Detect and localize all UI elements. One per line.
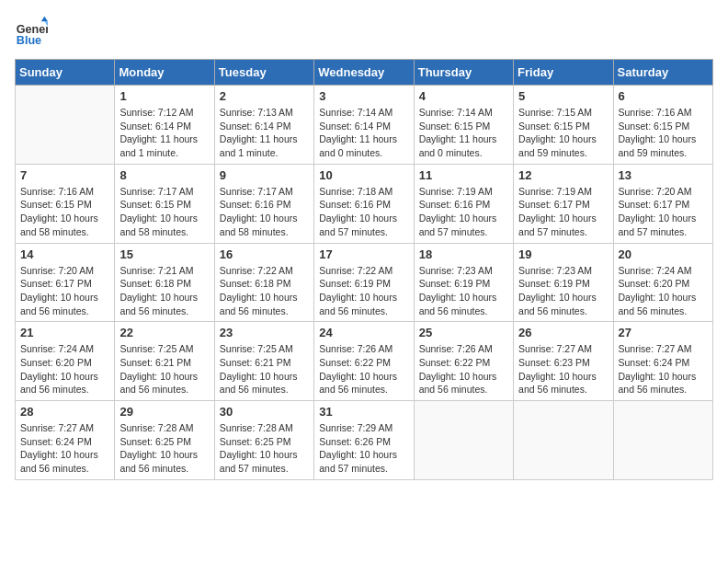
calendar-cell: 28Sunrise: 7:27 AMSunset: 6:24 PMDayligh… — [16, 401, 115, 480]
calendar-cell: 2Sunrise: 7:13 AMSunset: 6:14 PMDaylight… — [214, 86, 313, 165]
column-header-tuesday: Tuesday — [214, 60, 313, 86]
day-info: Sunrise: 7:25 AMSunset: 6:21 PMDaylight:… — [220, 342, 309, 396]
calendar-cell: 19Sunrise: 7:23 AMSunset: 6:19 PMDayligh… — [514, 243, 613, 322]
calendar-cell: 24Sunrise: 7:26 AMSunset: 6:22 PMDayligh… — [314, 322, 414, 401]
day-number: 10 — [319, 168, 408, 182]
day-info: Sunrise: 7:23 AMSunset: 6:19 PMDaylight:… — [518, 264, 608, 318]
calendar-cell: 30Sunrise: 7:28 AMSunset: 6:25 PMDayligh… — [214, 401, 313, 480]
day-number: 9 — [220, 168, 309, 182]
day-number: 3 — [319, 89, 408, 103]
day-info: Sunrise: 7:27 AMSunset: 6:24 PMDaylight:… — [20, 421, 109, 476]
day-info: Sunrise: 7:20 AMSunset: 6:17 PMDaylight:… — [619, 185, 708, 239]
calendar-week-row: 1Sunrise: 7:12 AMSunset: 6:14 PMDaylight… — [16, 86, 713, 165]
day-info: Sunrise: 7:23 AMSunset: 6:19 PMDaylight:… — [419, 264, 508, 318]
calendar-cell — [16, 86, 115, 165]
calendar-cell: 12Sunrise: 7:19 AMSunset: 6:17 PMDayligh… — [514, 164, 613, 243]
calendar-cell: 15Sunrise: 7:21 AMSunset: 6:18 PMDayligh… — [115, 243, 214, 322]
day-number: 8 — [119, 168, 209, 182]
day-info: Sunrise: 7:27 AMSunset: 6:23 PMDaylight:… — [518, 342, 608, 396]
calendar-cell: 23Sunrise: 7:25 AMSunset: 6:21 PMDayligh… — [214, 322, 313, 401]
day-info: Sunrise: 7:16 AMSunset: 6:15 PMDaylight:… — [20, 185, 109, 239]
day-info: Sunrise: 7:18 AMSunset: 6:16 PMDaylight:… — [319, 185, 408, 239]
calendar-cell: 4Sunrise: 7:14 AMSunset: 6:15 PMDaylight… — [414, 86, 513, 165]
calendar-cell: 1Sunrise: 7:12 AMSunset: 6:14 PMDaylight… — [115, 86, 214, 165]
day-number: 13 — [619, 168, 708, 182]
day-number: 15 — [119, 247, 209, 261]
day-info: Sunrise: 7:29 AMSunset: 6:26 PMDaylight:… — [319, 421, 408, 476]
day-number: 12 — [518, 168, 608, 182]
day-number: 22 — [119, 326, 209, 339]
day-number: 28 — [20, 405, 109, 419]
day-info: Sunrise: 7:17 AMSunset: 6:15 PMDaylight:… — [119, 185, 209, 239]
day-number: 14 — [20, 247, 109, 261]
calendar-cell: 26Sunrise: 7:27 AMSunset: 6:23 PMDayligh… — [514, 322, 613, 401]
calendar-cell: 25Sunrise: 7:26 AMSunset: 6:22 PMDayligh… — [414, 322, 513, 401]
calendar-cell: 20Sunrise: 7:24 AMSunset: 6:20 PMDayligh… — [613, 243, 712, 322]
day-info: Sunrise: 7:28 AMSunset: 6:25 PMDaylight:… — [220, 421, 309, 476]
calendar-week-row: 14Sunrise: 7:20 AMSunset: 6:17 PMDayligh… — [16, 243, 713, 322]
calendar-cell: 13Sunrise: 7:20 AMSunset: 6:17 PMDayligh… — [613, 164, 712, 243]
day-number: 21 — [20, 326, 109, 339]
calendar-cell: 9Sunrise: 7:17 AMSunset: 6:16 PMDaylight… — [214, 164, 313, 243]
day-number: 5 — [518, 89, 608, 103]
calendar-cell: 16Sunrise: 7:22 AMSunset: 6:18 PMDayligh… — [214, 243, 313, 322]
calendar-cell: 27Sunrise: 7:27 AMSunset: 6:24 PMDayligh… — [613, 322, 712, 401]
day-info: Sunrise: 7:26 AMSunset: 6:22 PMDaylight:… — [419, 342, 508, 396]
day-number: 30 — [220, 405, 309, 419]
column-header-sunday: Sunday — [16, 60, 115, 86]
day-number: 23 — [220, 326, 309, 339]
logo: General Blue — [15, 15, 51, 48]
calendar-cell — [514, 401, 613, 480]
calendar-cell: 10Sunrise: 7:18 AMSunset: 6:16 PMDayligh… — [314, 164, 414, 243]
column-header-wednesday: Wednesday — [314, 60, 414, 86]
day-number: 4 — [419, 89, 508, 103]
column-header-monday: Monday — [115, 60, 214, 86]
day-number: 2 — [220, 89, 309, 103]
day-number: 18 — [419, 247, 508, 261]
day-number: 27 — [619, 326, 708, 339]
day-info: Sunrise: 7:19 AMSunset: 6:17 PMDaylight:… — [518, 185, 608, 239]
calendar-week-row: 28Sunrise: 7:27 AMSunset: 6:24 PMDayligh… — [16, 401, 713, 480]
calendar-cell: 6Sunrise: 7:16 AMSunset: 6:15 PMDaylight… — [613, 86, 712, 165]
day-info: Sunrise: 7:14 AMSunset: 6:14 PMDaylight:… — [319, 106, 408, 160]
calendar-cell: 3Sunrise: 7:14 AMSunset: 6:14 PMDaylight… — [314, 86, 414, 165]
day-number: 25 — [419, 326, 508, 339]
day-info: Sunrise: 7:22 AMSunset: 6:18 PMDaylight:… — [220, 264, 309, 318]
column-header-friday: Friday — [514, 60, 613, 86]
day-number: 29 — [119, 405, 209, 419]
day-info: Sunrise: 7:12 AMSunset: 6:14 PMDaylight:… — [119, 106, 209, 160]
day-info: Sunrise: 7:14 AMSunset: 6:15 PMDaylight:… — [419, 106, 508, 160]
calendar-cell — [414, 401, 513, 480]
column-header-saturday: Saturday — [613, 60, 712, 86]
day-info: Sunrise: 7:26 AMSunset: 6:22 PMDaylight:… — [319, 342, 408, 396]
calendar-cell — [613, 401, 712, 480]
calendar-cell: 18Sunrise: 7:23 AMSunset: 6:19 PMDayligh… — [414, 243, 513, 322]
day-number: 24 — [319, 326, 408, 339]
calendar-cell: 17Sunrise: 7:22 AMSunset: 6:19 PMDayligh… — [314, 243, 414, 322]
day-number: 7 — [20, 168, 109, 182]
day-info: Sunrise: 7:25 AMSunset: 6:21 PMDaylight:… — [119, 342, 209, 396]
logo-icon: General Blue — [15, 15, 48, 48]
svg-marker-2 — [41, 17, 48, 21]
calendar-table: SundayMondayTuesdayWednesdayThursdayFrid… — [15, 59, 713, 480]
day-number: 31 — [319, 405, 408, 419]
calendar-cell: 8Sunrise: 7:17 AMSunset: 6:15 PMDaylight… — [115, 164, 214, 243]
calendar-cell: 7Sunrise: 7:16 AMSunset: 6:15 PMDaylight… — [16, 164, 115, 243]
calendar-header-row: SundayMondayTuesdayWednesdayThursdayFrid… — [16, 60, 713, 86]
calendar-week-row: 21Sunrise: 7:24 AMSunset: 6:20 PMDayligh… — [16, 322, 713, 401]
day-info: Sunrise: 7:17 AMSunset: 6:16 PMDaylight:… — [220, 185, 309, 239]
day-info: Sunrise: 7:15 AMSunset: 6:15 PMDaylight:… — [518, 106, 608, 160]
day-info: Sunrise: 7:24 AMSunset: 6:20 PMDaylight:… — [619, 264, 708, 318]
day-info: Sunrise: 7:16 AMSunset: 6:15 PMDaylight:… — [619, 106, 708, 160]
day-number: 1 — [119, 89, 209, 103]
day-number: 20 — [619, 247, 708, 261]
calendar-cell: 22Sunrise: 7:25 AMSunset: 6:21 PMDayligh… — [115, 322, 214, 401]
calendar-cell: 14Sunrise: 7:20 AMSunset: 6:17 PMDayligh… — [16, 243, 115, 322]
page-header: General Blue — [15, 15, 713, 48]
day-info: Sunrise: 7:28 AMSunset: 6:25 PMDaylight:… — [119, 421, 209, 476]
day-info: Sunrise: 7:19 AMSunset: 6:16 PMDaylight:… — [419, 185, 508, 239]
day-info: Sunrise: 7:13 AMSunset: 6:14 PMDaylight:… — [220, 106, 309, 160]
day-number: 6 — [619, 89, 708, 103]
day-info: Sunrise: 7:24 AMSunset: 6:20 PMDaylight:… — [20, 342, 109, 396]
calendar-week-row: 7Sunrise: 7:16 AMSunset: 6:15 PMDaylight… — [16, 164, 713, 243]
